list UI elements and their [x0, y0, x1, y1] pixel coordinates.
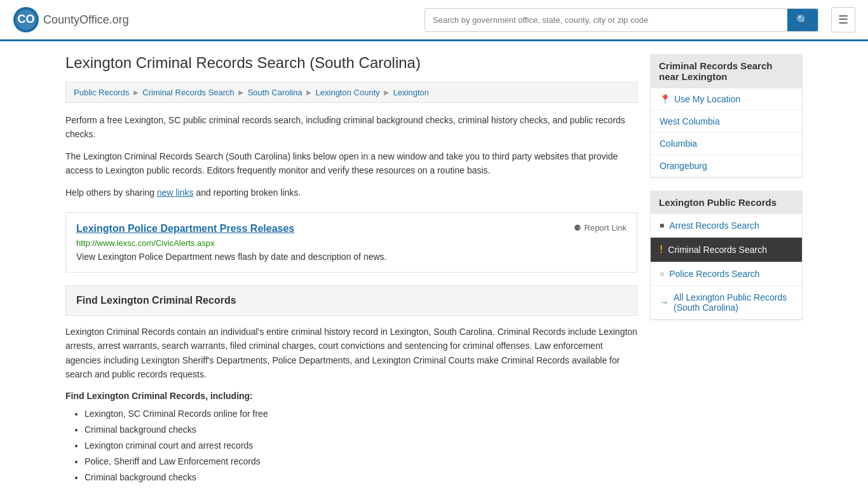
records-list: ■ Arrest Records Search ! Criminal Recor…: [650, 214, 803, 320]
records-item-police[interactable]: ○ Police Records Search: [651, 262, 802, 286]
description-3: Help others by sharing new links and rep…: [65, 186, 637, 200]
police-records-label: Police Records Search: [669, 269, 759, 279]
breadcrumb-lexington[interactable]: Lexington: [393, 88, 429, 97]
list-item: Criminal background checks: [85, 470, 637, 485]
criminal-records-label: Criminal Records Search: [668, 245, 767, 255]
content-area: Lexington Criminal Records Search (South…: [65, 54, 637, 485]
nearby-location-list: 📍 Use My Location West Columbia Columbia…: [650, 88, 803, 178]
breadcrumb-public-records[interactable]: Public Records: [74, 88, 129, 97]
resource-url: http://www.lexsc.com/CivicAlerts.aspx: [76, 238, 627, 248]
records-link-criminal[interactable]: ! Criminal Records Search: [651, 238, 802, 262]
sidebar-section-nearby: Criminal Records Search near Lexington 📍…: [650, 54, 803, 178]
menu-button[interactable]: ☰: [831, 7, 855, 32]
list-item: Criminal background checks: [85, 422, 637, 438]
resource-header: Lexington Police Department Press Releas…: [76, 223, 627, 234]
sidebar-section-records: Lexington Public Records ■ Arrest Record…: [650, 191, 803, 320]
use-my-location-link[interactable]: 📍 Use My Location: [651, 88, 802, 111]
description-1: Perform a free Lexington, SC public crim…: [65, 113, 637, 142]
header: CO CountyOffice.org 🔍 ☰: [0, 0, 868, 41]
logo-name: CountyOffice: [43, 13, 109, 26]
arrest-records-label: Arrest Records Search: [669, 220, 759, 231]
location-orangeburg[interactable]: Orangeburg: [651, 155, 802, 177]
breadcrumb-south-carolina[interactable]: South Carolina: [248, 88, 302, 97]
breadcrumb: Public Records ► Criminal Records Search…: [65, 82, 637, 103]
use-my-location-label: Use My Location: [674, 94, 740, 104]
find-list: Lexington, SC Criminal Records online fo…: [65, 406, 637, 486]
breadcrumb-sep-2: ►: [237, 88, 245, 97]
list-item: Lexington, SC Criminal Records online fo…: [85, 406, 637, 422]
list-item: Lexington criminal court and arrest reco…: [85, 438, 637, 454]
resource-title[interactable]: Lexington Police Department Press Releas…: [76, 223, 294, 234]
resource-card: Lexington Police Department Press Releas…: [65, 212, 637, 273]
report-label: Report Link: [585, 223, 627, 233]
breadcrumb-sep-4: ►: [383, 88, 391, 97]
list-item: Police, Sheriff and Law Enforcement reco…: [85, 454, 637, 470]
page-title: Lexington Criminal Records Search (South…: [65, 54, 637, 72]
report-link[interactable]: ⚈ Report Link: [574, 223, 627, 233]
records-link-all[interactable]: → All Lexington Public Records (South Ca…: [651, 286, 802, 319]
description-2: The Lexington Criminal Records Search (S…: [65, 149, 637, 178]
logo-suffix: .org: [109, 13, 129, 26]
location-west-columbia[interactable]: West Columbia: [651, 111, 802, 133]
location-link-west-columbia[interactable]: West Columbia: [651, 111, 802, 133]
exclamation-icon: !: [660, 244, 663, 255]
find-section-header: Find Lexington Criminal Records: [65, 285, 637, 316]
report-icon: ⚈: [574, 223, 581, 233]
all-records-label: All Lexington Public Records (South Caro…: [674, 292, 793, 313]
logo-icon: CO: [13, 6, 39, 33]
logo-text: CountyOffice.org: [43, 13, 129, 27]
new-links-link[interactable]: new links: [157, 187, 194, 198]
sidebar: Criminal Records Search near Lexington 📍…: [650, 54, 803, 485]
search-input[interactable]: [425, 9, 787, 31]
breadcrumb-criminal-records[interactable]: Criminal Records Search: [142, 88, 234, 97]
description-3-suffix: and reporting broken links.: [194, 187, 301, 198]
records-item-arrest[interactable]: ■ Arrest Records Search: [651, 214, 802, 238]
sidebar-nearby-header: Criminal Records Search near Lexington: [650, 54, 803, 88]
location-pin-icon: 📍: [660, 94, 670, 104]
find-including-title: Find Lexington Criminal Records, includi…: [65, 391, 637, 401]
location-columbia[interactable]: Columbia: [651, 133, 802, 155]
breadcrumb-sep-1: ►: [132, 88, 140, 97]
breadcrumb-sep-3: ►: [305, 88, 313, 97]
records-item-all[interactable]: → All Lexington Public Records (South Ca…: [651, 286, 802, 320]
find-section-title: Find Lexington Criminal Records: [76, 295, 627, 306]
records-link-arrest[interactable]: ■ Arrest Records Search: [651, 214, 802, 237]
resource-desc: View Lexington Police Department news fl…: [76, 252, 627, 262]
search-bar: 🔍: [424, 8, 818, 32]
arrow-icon: →: [660, 297, 668, 308]
sidebar-records-header: Lexington Public Records: [650, 191, 803, 214]
square-icon: ■: [660, 221, 664, 230]
find-body-text: Lexington Criminal Records contain an in…: [65, 325, 637, 382]
description-3-prefix: Help others by sharing: [65, 187, 157, 198]
records-link-police[interactable]: ○ Police Records Search: [651, 262, 802, 285]
records-item-criminal[interactable]: ! Criminal Records Search: [651, 238, 802, 262]
svg-text:CO: CO: [18, 13, 35, 25]
location-link-columbia[interactable]: Columbia: [651, 133, 802, 155]
location-link-orangeburg[interactable]: Orangeburg: [651, 155, 802, 177]
search-button[interactable]: 🔍: [787, 9, 818, 31]
circle-icon: ○: [660, 269, 664, 278]
logo-link[interactable]: CO CountyOffice.org: [13, 6, 129, 33]
use-my-location-item[interactable]: 📍 Use My Location: [651, 88, 802, 111]
breadcrumb-lexington-county[interactable]: Lexington County: [316, 88, 380, 97]
main-container: Lexington Criminal Records Search (South…: [53, 41, 815, 488]
